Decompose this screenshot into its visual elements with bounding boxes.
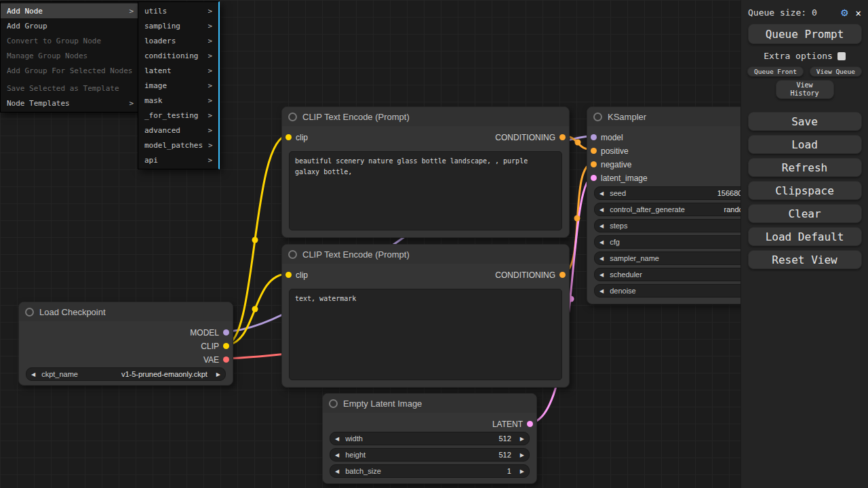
widget-ckpt-name[interactable]: ◀ ckpt_name v1-5-pruned-emaonly.ckpt ▶ xyxy=(26,367,226,381)
slot-label: CONDITIONING xyxy=(495,133,555,142)
submenu-item-mask[interactable]: mask > xyxy=(138,93,218,108)
input-slot-model[interactable]: model xyxy=(591,131,623,143)
node-title-bar[interactable]: CLIP Text Encode (Prompt) xyxy=(282,107,569,126)
menu-item-label: Add Group xyxy=(7,22,47,30)
prompt-textarea[interactable]: beautiful scenery nature glass bottle la… xyxy=(289,151,562,230)
submenu-item-for-testing[interactable]: _for_testing > xyxy=(138,108,218,123)
slot-label: latent_image xyxy=(601,174,648,183)
node-clip-text-encode-1[interactable]: CLIP Text Encode (Prompt) clip CONDITION… xyxy=(281,106,570,238)
queue-prompt-button[interactable]: Queue Prompt xyxy=(748,24,862,44)
node-clip-text-encode-2[interactable]: CLIP Text Encode (Prompt) clip CONDITION… xyxy=(281,244,570,388)
clip-port-icon[interactable] xyxy=(223,343,229,349)
submenu-item-sampling[interactable]: sampling > xyxy=(138,18,218,33)
submenu-arrow-icon: > xyxy=(203,141,213,150)
clip-port-icon[interactable] xyxy=(285,272,292,278)
submenu-item-utils[interactable]: utils > xyxy=(138,3,218,18)
submenu-item-model-patches[interactable]: model_patches > xyxy=(138,138,218,152)
model-port-icon[interactable] xyxy=(591,134,597,140)
prev-value-icon[interactable]: ◀ xyxy=(599,256,604,262)
node-title: CLIP Text Encode (Prompt) xyxy=(302,249,410,260)
prev-value-icon[interactable]: ◀ xyxy=(599,239,604,245)
submenu-item-advanced[interactable]: advanced > xyxy=(138,123,218,138)
clipspace-button[interactable]: Clipspace xyxy=(748,181,862,200)
extra-options-checkbox[interactable] xyxy=(837,52,846,60)
menu-item-add-group[interactable]: Add Group xyxy=(1,18,140,33)
output-slot-vae[interactable]: VAE xyxy=(203,354,229,365)
menu-item-node-templates[interactable]: Node Templates > xyxy=(1,96,140,110)
next-value-icon[interactable]: ▶ xyxy=(520,468,524,474)
conditioning-port-icon[interactable] xyxy=(591,161,597,167)
input-slot-clip[interactable]: clip xyxy=(285,269,308,281)
collapse-dot-icon[interactable] xyxy=(288,250,297,259)
node-load-checkpoint[interactable]: Load Checkpoint MODEL CLIP VAE ◀ ckpt_na… xyxy=(18,302,233,386)
node-title-bar[interactable]: CLIP Text Encode (Prompt) xyxy=(282,245,569,264)
conditioning-port-icon[interactable] xyxy=(559,272,566,278)
next-value-icon[interactable]: ▶ xyxy=(520,452,524,458)
slot-label: model xyxy=(601,133,623,142)
view-queue-button[interactable]: View Queue xyxy=(810,66,862,77)
model-port-icon[interactable] xyxy=(223,329,229,336)
view-history-button[interactable]: View History xyxy=(776,80,834,99)
menu-item-add-node[interactable]: Add Node > xyxy=(1,3,140,18)
prompt-textarea[interactable]: text, watermark xyxy=(289,289,562,380)
collapse-dot-icon[interactable] xyxy=(25,308,34,317)
prev-value-icon[interactable]: ◀ xyxy=(335,452,339,458)
conditioning-port-icon[interactable] xyxy=(559,134,566,140)
close-icon[interactable]: ✕ xyxy=(856,8,861,18)
submenu-item-loaders[interactable]: loaders > xyxy=(138,33,218,48)
collapse-dot-icon[interactable] xyxy=(288,113,297,121)
queue-size-label: Queue size: 0 xyxy=(748,7,817,18)
settings-gear-icon[interactable]: ⚙ xyxy=(841,7,848,18)
prev-value-icon[interactable]: ◀ xyxy=(335,468,339,474)
save-button[interactable]: Save xyxy=(748,112,862,131)
reset-view-button[interactable]: Reset View xyxy=(748,250,862,269)
prev-value-icon[interactable]: ◀ xyxy=(599,288,604,294)
input-slot-clip[interactable]: clip xyxy=(285,131,308,143)
prev-value-icon[interactable]: ◀ xyxy=(599,272,604,278)
next-value-icon[interactable]: ▶ xyxy=(216,371,220,378)
input-slot-positive[interactable]: positive xyxy=(591,145,629,157)
prev-value-icon[interactable]: ◀ xyxy=(335,436,339,442)
submenu-item-latent[interactable]: latent > xyxy=(138,63,218,78)
widget-batch-size[interactable]: ◀ batch_size 1 ▶ xyxy=(330,464,530,478)
output-slot-conditioning[interactable]: CONDITIONING xyxy=(495,131,566,143)
conditioning-port-icon[interactable] xyxy=(591,148,597,154)
next-value-icon[interactable]: ▶ xyxy=(520,436,524,442)
load-button[interactable]: Load xyxy=(748,135,862,154)
input-slot-negative[interactable]: negative xyxy=(591,159,631,170)
submenu-item-api[interactable]: api > xyxy=(138,152,218,167)
latent-port-icon[interactable] xyxy=(591,175,597,181)
widget-value: 512 xyxy=(498,451,511,459)
submenu-item-conditioning[interactable]: conditioning > xyxy=(138,48,218,63)
widget-height[interactable]: ◀ height 512 ▶ xyxy=(330,448,530,462)
clip-port-icon[interactable] xyxy=(285,134,292,140)
refresh-button[interactable]: Refresh xyxy=(748,158,862,177)
prev-value-icon[interactable]: ◀ xyxy=(599,190,604,197)
menu-item-label: loaders xyxy=(144,37,176,45)
output-slot-model[interactable]: MODEL xyxy=(190,327,229,338)
output-slot-latent[interactable]: LATENT xyxy=(492,418,533,430)
clear-button[interactable]: Clear xyxy=(748,204,862,223)
node-title-bar[interactable]: Empty Latent Image xyxy=(323,394,536,413)
vae-port-icon[interactable] xyxy=(223,357,229,363)
node-empty-latent-image[interactable]: Empty Latent Image LATENT ◀ width 512 ▶ … xyxy=(322,393,537,484)
widget-width[interactable]: ◀ width 512 ▶ xyxy=(330,432,530,445)
output-slot-conditioning[interactable]: CONDITIONING xyxy=(495,269,566,281)
queue-front-button[interactable]: Queue Front xyxy=(747,66,804,77)
widget-label: control_after_generate xyxy=(610,205,685,214)
latent-port-icon[interactable] xyxy=(527,421,533,427)
node-title: Load Checkpoint xyxy=(39,307,106,317)
prev-value-icon[interactable]: ◀ xyxy=(31,371,35,378)
collapse-dot-icon[interactable] xyxy=(593,113,602,121)
menu-item-label: Convert to Group Node xyxy=(7,37,101,45)
collapse-dot-icon[interactable] xyxy=(329,399,338,408)
prev-value-icon[interactable]: ◀ xyxy=(599,207,604,213)
output-slot-clip[interactable]: CLIP xyxy=(201,340,229,352)
input-slot-latent-image[interactable]: latent_image xyxy=(591,172,648,184)
load-default-button[interactable]: Load Default xyxy=(748,227,862,246)
submenu-item-image[interactable]: image > xyxy=(138,78,218,93)
widget-label: steps xyxy=(610,222,627,230)
menu-item-label: sampling xyxy=(144,22,180,30)
node-title-bar[interactable]: Load Checkpoint xyxy=(19,302,233,321)
prev-value-icon[interactable]: ◀ xyxy=(599,223,604,229)
